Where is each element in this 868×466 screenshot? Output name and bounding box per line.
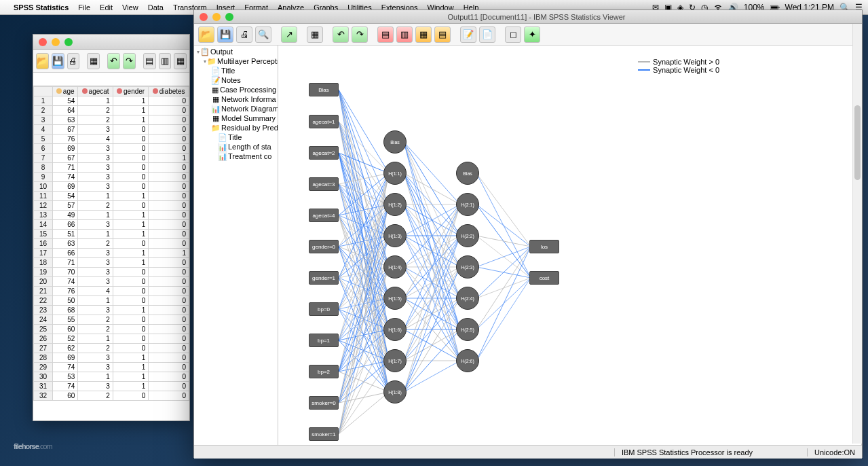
data-cell[interactable]: 69 — [53, 144, 78, 154]
data-cell[interactable]: 57 — [53, 201, 78, 211]
row-header[interactable]: 17 — [34, 249, 53, 258]
row-header[interactable]: 30 — [34, 372, 53, 382]
outline-item[interactable]: 📁Residual by Pred — [195, 123, 276, 132]
minimize-icon[interactable] — [212, 13, 221, 21]
network-diagram[interactable]: Synaptic Weight > 0 Synaptic Weight < 0 … — [285, 52, 848, 440]
data-cell[interactable]: 3 — [78, 173, 113, 182]
dialog-recall-icon[interactable]: ▦ — [307, 26, 323, 43]
undo-icon[interactable]: ↶ — [333, 26, 349, 43]
close-icon[interactable] — [39, 38, 47, 46]
data-cell[interactable]: 1 — [149, 249, 189, 258]
outline-item[interactable]: ▾📋Output — [195, 47, 276, 56]
data-cell[interactable]: 0 — [113, 315, 149, 325]
zoom-icon[interactable] — [64, 38, 73, 46]
scrollbar-thumb[interactable] — [854, 105, 861, 180]
row-header[interactable]: 20 — [34, 277, 53, 287]
row-header[interactable]: 9 — [34, 173, 53, 182]
data-cell[interactable]: 0 — [113, 201, 149, 211]
data-cell[interactable]: 3 — [78, 220, 113, 230]
data-cell[interactable]: 67 — [53, 125, 78, 135]
data-cell[interactable]: 0 — [149, 220, 189, 230]
row-header[interactable]: 26 — [34, 334, 53, 344]
row-header[interactable]: 28 — [34, 353, 53, 363]
data-cell[interactable]: 0 — [113, 144, 149, 154]
dialog-recall-icon[interactable]: ▦ — [87, 53, 100, 69]
data-grid[interactable]: ageagecatgenderdiabetes15411026421036321… — [33, 86, 189, 422]
data-cell[interactable]: 71 — [53, 258, 78, 268]
data-cell[interactable]: 0 — [113, 154, 149, 163]
column-header-agecat[interactable]: agecat — [78, 87, 113, 96]
row-header[interactable]: 24 — [34, 315, 53, 325]
data-cell[interactable]: 0 — [149, 372, 189, 382]
data-cell[interactable]: 0 — [149, 363, 189, 372]
row-header[interactable]: 27 — [34, 344, 53, 353]
outline-item[interactable]: 📝Notes — [195, 75, 276, 85]
data-cell[interactable]: 0 — [113, 277, 149, 287]
data-cell[interactable]: 60 — [53, 325, 78, 334]
data-cell[interactable]: 1 — [113, 258, 149, 268]
data-cell[interactable]: 0 — [149, 201, 189, 211]
data-cell[interactable]: 0 — [113, 325, 149, 334]
row-header[interactable]: 11 — [34, 192, 53, 201]
data-cell[interactable]: 0 — [149, 182, 189, 192]
print-preview-icon[interactable]: 🔍 — [255, 26, 271, 43]
data-cell[interactable]: 54 — [53, 96, 78, 106]
data-cell[interactable]: 1 — [78, 192, 113, 201]
data-cell[interactable]: 0 — [149, 315, 189, 325]
data-cell[interactable]: 60 — [53, 391, 78, 401]
data-cell[interactable]: 1 — [78, 230, 113, 239]
outline-item[interactable]: 📄Title — [195, 132, 276, 142]
variables-icon[interactable]: ▦ — [174, 53, 187, 69]
row-header[interactable]: 10 — [34, 182, 53, 192]
data-cell[interactable]: 3 — [78, 277, 113, 287]
row-header[interactable]: 8 — [34, 163, 53, 173]
data-cell[interactable]: 1 — [113, 249, 149, 258]
row-header[interactable]: 25 — [34, 325, 53, 334]
row-header[interactable]: 14 — [34, 220, 53, 230]
data-cell[interactable]: 4 — [78, 135, 113, 144]
data-cell[interactable]: 76 — [53, 135, 78, 144]
data-cell[interactable]: 54 — [53, 192, 78, 201]
data-cell[interactable]: 63 — [53, 239, 78, 249]
data-cell[interactable]: 0 — [113, 182, 149, 192]
data-cell[interactable]: 2 — [78, 115, 113, 125]
menu-view[interactable]: View — [122, 3, 138, 12]
insert-title-icon[interactable]: 📄 — [479, 26, 495, 43]
data-cell[interactable]: 53 — [53, 372, 78, 382]
row-header[interactable]: 21 — [34, 287, 53, 296]
data-cell[interactable]: 3 — [78, 163, 113, 173]
outline-item[interactable]: ▦Case Processing — [195, 85, 276, 94]
data-cell[interactable]: 4 — [78, 287, 113, 296]
data-cell[interactable]: 74 — [53, 382, 78, 391]
outline-item[interactable]: ▦Network Informa — [195, 94, 276, 104]
data-cell[interactable]: 2 — [78, 201, 113, 211]
viewer-titlebar[interactable]: Output11 [Document11] - IBM SPSS Statist… — [194, 10, 862, 24]
data-cell[interactable]: 1 — [78, 334, 113, 344]
data-cell[interactable]: 0 — [149, 325, 189, 334]
data-cell[interactable]: 66 — [53, 220, 78, 230]
data-cell[interactable]: 0 — [149, 391, 189, 401]
data-cell[interactable]: 71 — [53, 163, 78, 173]
print-icon[interactable]: 🖨 — [236, 26, 252, 43]
data-cell[interactable]: 0 — [113, 334, 149, 344]
data-cell[interactable]: 0 — [149, 144, 189, 154]
data-cell[interactable]: 0 — [149, 353, 189, 363]
row-header[interactable]: 3 — [34, 115, 53, 125]
data-cell[interactable]: 2 — [78, 344, 113, 353]
data-cell[interactable]: 0 — [149, 115, 189, 125]
data-cell[interactable]: 49 — [53, 211, 78, 220]
data-cell[interactable]: 69 — [53, 353, 78, 363]
data-cell[interactable]: 3 — [78, 258, 113, 268]
row-header[interactable]: 23 — [34, 306, 53, 315]
designate-window-icon[interactable]: ◻ — [505, 26, 521, 43]
data-cell[interactable]: 0 — [113, 173, 149, 182]
close-icon[interactable] — [200, 13, 208, 21]
data-cell[interactable]: 0 — [113, 391, 149, 401]
data-cell[interactable]: 0 — [149, 163, 189, 173]
data-cell[interactable]: 0 — [149, 125, 189, 135]
data-cell[interactable]: 3 — [78, 154, 113, 163]
select-cases-icon[interactable]: ▤ — [434, 26, 451, 43]
data-cell[interactable]: 0 — [149, 268, 189, 277]
data-cell[interactable]: 51 — [53, 230, 78, 239]
data-cell[interactable]: 1 — [78, 96, 113, 106]
